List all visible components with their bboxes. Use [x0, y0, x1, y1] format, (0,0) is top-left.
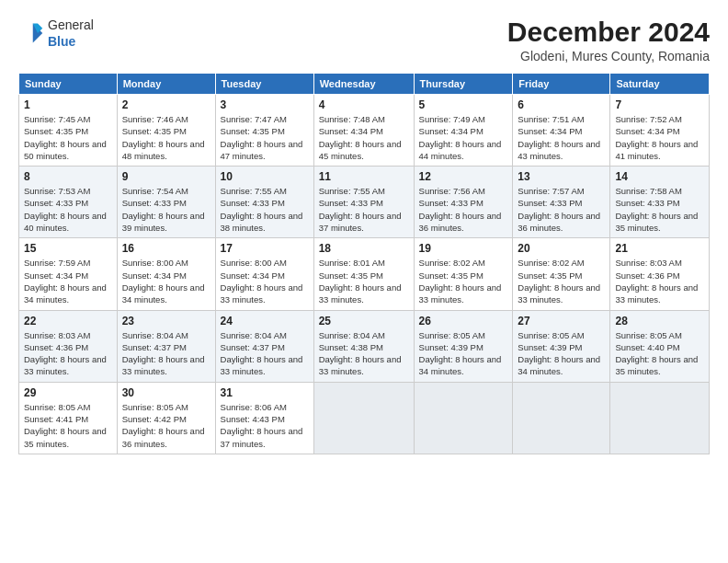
day-29: 29 Sunrise: 8:05 AMSunset: 4:41 PMDaylig…: [19, 382, 118, 454]
day-19: 19 Sunrise: 8:02 AMSunset: 4:35 PMDaylig…: [414, 238, 513, 310]
day-26: 26 Sunrise: 8:05 AMSunset: 4:39 PMDaylig…: [414, 310, 513, 382]
day-23: 23 Sunrise: 8:04 AMSunset: 4:37 PMDaylig…: [117, 310, 215, 382]
day-9: 9 Sunrise: 7:54 AMSunset: 4:33 PMDayligh…: [117, 167, 215, 238]
day-27: 27 Sunrise: 8:05 AMSunset: 4:39 PMDaylig…: [513, 310, 610, 382]
empty-cell-4: [610, 382, 710, 454]
main-title: December 2024: [507, 17, 710, 47]
day-21: 21 Sunrise: 8:03 AMSunset: 4:36 PMDaylig…: [610, 238, 710, 310]
week-row-4: 22 Sunrise: 8:03 AMSunset: 4:36 PMDaylig…: [19, 310, 710, 382]
weekday-thursday: Thursday: [414, 74, 513, 95]
empty-cell-1: [313, 382, 414, 454]
day-12: 12 Sunrise: 7:56 AMSunset: 4:33 PMDaylig…: [414, 167, 513, 238]
empty-cell-3: [513, 382, 610, 454]
week-row-5: 29 Sunrise: 8:05 AMSunset: 4:41 PMDaylig…: [19, 382, 710, 454]
weekday-monday: Monday: [117, 74, 215, 95]
day-18: 18 Sunrise: 8:01 AMSunset: 4:35 PMDaylig…: [313, 238, 414, 310]
header: General Blue December 2024 Glodeni, Mure…: [18, 17, 710, 63]
day-2: 2 Sunrise: 7:46 AMSunset: 4:35 PMDayligh…: [117, 95, 215, 167]
calendar: Sunday Monday Tuesday Wednesday Thursday…: [18, 73, 710, 454]
weekday-wednesday: Wednesday: [313, 74, 414, 95]
weekday-friday: Friday: [513, 74, 610, 95]
weekday-sunday: Sunday: [19, 74, 118, 95]
day-13: 13 Sunrise: 7:57 AMSunset: 4:33 PMDaylig…: [513, 167, 610, 238]
day-1: 1 Sunrise: 7:45 AMSunset: 4:35 PMDayligh…: [19, 95, 118, 167]
page: General Blue December 2024 Glodeni, Mure…: [0, 0, 728, 563]
weekday-tuesday: Tuesday: [215, 74, 313, 95]
logo-general: General Blue: [48, 17, 94, 50]
logo-icon: [18, 20, 44, 46]
day-6: 6 Sunrise: 7:51 AMSunset: 4:34 PMDayligh…: [513, 95, 610, 167]
day-11: 11 Sunrise: 7:55 AMSunset: 4:33 PMDaylig…: [313, 167, 414, 238]
day-3: 3 Sunrise: 7:47 AMSunset: 4:35 PMDayligh…: [215, 95, 313, 167]
day-5: 5 Sunrise: 7:49 AMSunset: 4:34 PMDayligh…: [414, 95, 513, 167]
day-17: 17 Sunrise: 8:00 AMSunset: 4:34 PMDaylig…: [215, 238, 313, 310]
day-28: 28 Sunrise: 8:05 AMSunset: 4:40 PMDaylig…: [610, 310, 710, 382]
day-8: 8 Sunrise: 7:53 AMSunset: 4:33 PMDayligh…: [19, 167, 118, 238]
day-16: 16 Sunrise: 8:00 AMSunset: 4:34 PMDaylig…: [117, 238, 215, 310]
day-25: 25 Sunrise: 8:04 AMSunset: 4:38 PMDaylig…: [313, 310, 414, 382]
logo: General Blue: [18, 17, 94, 50]
week-row-2: 8 Sunrise: 7:53 AMSunset: 4:33 PMDayligh…: [19, 167, 710, 238]
day-31: 31 Sunrise: 8:06 AMSunset: 4:43 PMDaylig…: [215, 382, 313, 454]
day-10: 10 Sunrise: 7:55 AMSunset: 4:33 PMDaylig…: [215, 167, 313, 238]
empty-cell-2: [414, 382, 513, 454]
day-22: 22 Sunrise: 8:03 AMSunset: 4:36 PMDaylig…: [19, 310, 118, 382]
subtitle: Glodeni, Mures County, Romania: [507, 49, 710, 63]
day-15: 15 Sunrise: 7:59 AMSunset: 4:34 PMDaylig…: [19, 238, 118, 310]
day-4: 4 Sunrise: 7:48 AMSunset: 4:34 PMDayligh…: [313, 95, 414, 167]
weekday-saturday: Saturday: [610, 74, 710, 95]
week-row-1: 1 Sunrise: 7:45 AMSunset: 4:35 PMDayligh…: [19, 95, 710, 167]
day-20: 20 Sunrise: 8:02 AMSunset: 4:35 PMDaylig…: [513, 238, 610, 310]
day-14: 14 Sunrise: 7:58 AMSunset: 4:33 PMDaylig…: [610, 167, 710, 238]
title-block: December 2024 Glodeni, Mures County, Rom…: [507, 17, 710, 63]
day-7: 7 Sunrise: 7:52 AMSunset: 4:34 PMDayligh…: [610, 95, 710, 167]
week-row-3: 15 Sunrise: 7:59 AMSunset: 4:34 PMDaylig…: [19, 238, 710, 310]
day-30: 30 Sunrise: 8:05 AMSunset: 4:42 PMDaylig…: [117, 382, 215, 454]
day-24: 24 Sunrise: 8:04 AMSunset: 4:37 PMDaylig…: [215, 310, 313, 382]
